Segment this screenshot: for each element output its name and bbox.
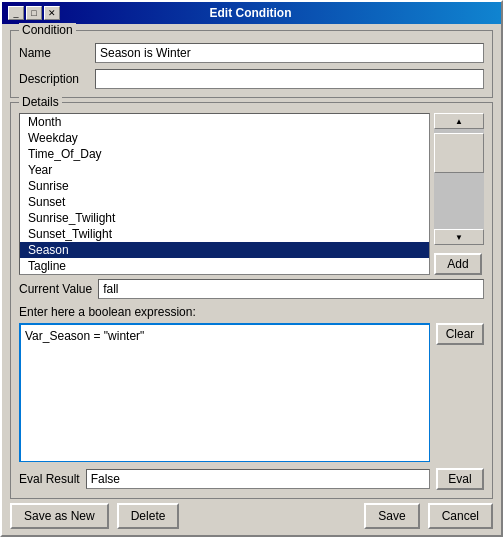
details-legend: Details [19, 95, 62, 109]
bottom-buttons: Save as New Delete Save Cancel [2, 499, 501, 535]
scroll-down-button[interactable]: ▼ [434, 229, 484, 245]
items-list[interactable]: Month Weekday Time_Of_Day Year Sunrise S… [19, 113, 430, 275]
list-item[interactable]: Sunset [20, 194, 429, 210]
list-item[interactable]: Weekday [20, 130, 429, 146]
list-item[interactable]: Sunrise_Twilight [20, 210, 429, 226]
eval-result-label: Eval Result [19, 472, 80, 486]
add-button[interactable]: Add [434, 253, 482, 275]
list-item[interactable]: Time_Of_Day [20, 146, 429, 162]
bool-area-row: Clear [19, 323, 484, 462]
list-item[interactable]: Tagline [20, 258, 429, 274]
name-row: Name [19, 43, 484, 63]
description-label: Description [19, 72, 89, 86]
list-item[interactable]: Year [20, 162, 429, 178]
name-input[interactable] [95, 43, 484, 63]
eval-button[interactable]: Eval [436, 468, 484, 490]
condition-legend: Condition [19, 23, 76, 37]
save-button[interactable]: Save [364, 503, 419, 529]
maximize-button[interactable]: □ [26, 6, 42, 20]
window-title: Edit Condition [60, 6, 441, 20]
list-scroll-area[interactable]: Month Weekday Time_Of_Day Year Sunrise S… [20, 114, 429, 274]
condition-fieldset: Condition Name Description [10, 30, 493, 98]
delete-button[interactable]: Delete [117, 503, 180, 529]
list-item[interactable]: Month [20, 114, 429, 130]
window-controls: _ □ ✕ [8, 6, 60, 20]
save-as-new-button[interactable]: Save as New [10, 503, 109, 529]
bool-expression-label: Enter here a boolean expression: [19, 305, 484, 319]
description-row: Description [19, 69, 484, 89]
current-value-label: Current Value [19, 282, 92, 296]
close-button[interactable]: ✕ [44, 6, 60, 20]
bool-expression-input[interactable] [19, 323, 430, 462]
name-label: Name [19, 46, 89, 60]
current-value-row: Current Value [19, 279, 484, 299]
bool-side-buttons: Clear [436, 323, 484, 462]
list-item-season[interactable]: Season [20, 242, 429, 258]
details-fieldset: Details Month Weekday Time_Of_Day Year S… [10, 102, 493, 499]
list-item[interactable]: Sunrise [20, 178, 429, 194]
scroll-up-button[interactable]: ▲ [434, 113, 484, 129]
current-value-input[interactable] [98, 279, 484, 299]
eval-result-input[interactable] [86, 469, 430, 489]
main-window: _ □ ✕ Edit Condition Condition Name Desc… [0, 0, 503, 537]
list-item[interactable]: Sunset_Twilight [20, 226, 429, 242]
clear-button[interactable]: Clear [436, 323, 484, 345]
cancel-button[interactable]: Cancel [428, 503, 493, 529]
eval-row: Eval Result Eval [19, 468, 484, 490]
title-bar: _ □ ✕ Edit Condition [2, 2, 501, 24]
minimize-button[interactable]: _ [8, 6, 24, 20]
description-input[interactable] [95, 69, 484, 89]
